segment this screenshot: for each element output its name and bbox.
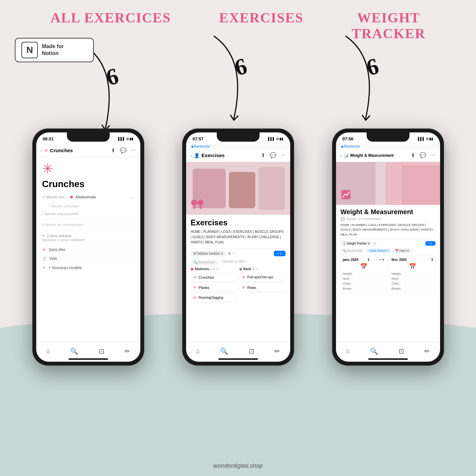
kanban-add-btn[interactable]: + ∨ — [274, 251, 286, 256]
sub-item-2-icon: 🗋 — [42, 256, 47, 261]
wt-chest-jan: Chest : — [343, 281, 384, 286]
share-icon[interactable]: ⬆ — [111, 147, 115, 154]
kanban-settings-icon[interactable]: ⚙ — [228, 252, 231, 255]
phone-3-page-title: Weight & Measurement — [341, 208, 435, 216]
wt-filter-period[interactable]: 📅 Date Pr — [393, 248, 412, 253]
card-pullups-label: Pull-ups/Chin-ups — [247, 275, 273, 279]
phone-1-bottom-nav: ⌂ 🔍 ⊡ ✏ — [36, 342, 140, 362]
weight-tracker-image — [336, 162, 440, 205]
exercises-icon — [191, 199, 204, 211]
weight-tracker-btn[interactable]: 🚶 Weight Tracker ∨ — [341, 241, 372, 246]
kanban-col-abdominals: Abdomin... 5 + ✳ Crunches ✳ Planks — [191, 267, 237, 303]
phone-1-screen: 08:21 ▌▌▌ ⊙ ▮▮ ‹ ✳ Crunches ⬆ 💬 ··· ✳ Cr… — [36, 132, 140, 362]
phone-3: 07:56 ▌▌▌ ⊙ ▮▮ ◀ Recherche ‹ 📊 Weight & … — [332, 128, 444, 366]
wt-neck-feb: Neck : — [392, 276, 433, 281]
kanban-card-crunches[interactable]: ✳ Crunches — [191, 273, 237, 282]
phone-2-notch — [217, 132, 260, 142]
wt-weight-feb: Weight : — [392, 271, 433, 276]
comment-area[interactable]: A Ajouter un commentaire... — [42, 219, 134, 227]
add-property[interactable]: + Ajouter une propriété — [42, 212, 134, 216]
col-abs-add[interactable]: + — [217, 267, 219, 271]
phone-3-comment[interactable]: 💬 Ajouter un commentaire — [341, 217, 435, 221]
home-indicator-2 — [218, 358, 258, 360]
kanban-search-filter: 🔍 Rechercher + Ajouter un filtre — [191, 258, 286, 267]
phone-2-back[interactable]: ‹ — [191, 153, 192, 158]
col-back-add[interactable]: + — [256, 267, 258, 271]
kanban-search[interactable]: 🔍 Rechercher — [191, 260, 218, 265]
more-icon-2[interactable]: ··· — [281, 152, 285, 158]
wt-month-add[interactable]: ··· + — [379, 258, 384, 262]
svg-text:6: 6 — [103, 63, 121, 90]
kanban-filter-btn[interactable]: + Ajouter un filtre — [220, 260, 245, 265]
col-back-header: Back 4 + — [239, 267, 286, 271]
phone-3-subnav: ◀ Recherche — [336, 144, 440, 149]
continue-text: Appuyez ici pour continuer... — [42, 238, 134, 242]
phone-2-page-title: Exercises — [191, 218, 286, 227]
label-exercises: EXERCISES — [219, 10, 303, 42]
svg-point-4 — [198, 200, 204, 206]
kanban-card-pullups[interactable]: ✳ Pull-ups/Chin-ups — [239, 273, 286, 282]
comment-icon[interactable]: 💬 — [120, 147, 126, 154]
sub-item-vide: 🗋 Vide — [42, 254, 134, 263]
share-icon-2[interactable]: ⬆ — [261, 152, 265, 158]
svg-text:6: 6 — [364, 53, 381, 80]
phone-3-back-btn[interactable]: ◀ Recherche — [341, 145, 360, 148]
property-muscle: ↗ Muscle Gro... Abdominals — — [42, 193, 134, 201]
compose-icon-3[interactable]: ✏ — [424, 347, 430, 355]
backlinks-count: 2 liens entrants — [47, 234, 72, 238]
weight-toolbar: 🚶 Weight Tracker ∨ ⚙ ··· + ∨ — [341, 239, 435, 247]
kanban-view-btn[interactable]: ⊞ Tableau kanban ∨ — [191, 251, 226, 256]
wt-settings[interactable]: ⚙ — [373, 242, 376, 245]
phone-3-screen: 07:56 ▌▌▌ ⊙ ▮▮ ◀ Recherche ‹ 📊 Weight & … — [336, 132, 440, 362]
add-page-link[interactable]: + Ajouter une page — [49, 203, 134, 209]
phone-2-nav: ‹ 👤 Exercises ⬆ 💬 ··· — [186, 149, 290, 162]
phone-3-status-icons: ▌▌▌ ⊙ ▮▮ — [418, 137, 434, 141]
col-abs-label: Abdomin... — [195, 267, 212, 271]
sub-item-1-more[interactable]: ··· — [131, 247, 134, 252]
weight-tracker-chart-icon — [341, 189, 351, 202]
share-icon-3[interactable]: ⬆ — [411, 152, 415, 158]
kanban-card-rows[interactable]: ✳ Rows — [239, 283, 286, 292]
sub-item-1-label: Sans titre — [49, 247, 66, 252]
weight-filters: 🔍 Rechercher ↑ Date Period ∨ 📅 Date Pr — [341, 247, 435, 254]
wt-search[interactable]: 🔍 Rechercher — [341, 248, 364, 253]
home-icon-2[interactable]: ⌂ — [196, 347, 200, 355]
wt-add-btn[interactable]: + ∨ — [425, 241, 435, 246]
phone-3-time: 07:56 — [343, 136, 353, 141]
home-icon[interactable]: ⌂ — [46, 347, 50, 355]
compose-icon[interactable]: ✏ — [125, 347, 130, 355]
col-abdominals-header: Abdomin... 5 + — [191, 267, 237, 271]
comment-icon-3[interactable]: 💬 — [420, 152, 426, 158]
inbox-icon-3[interactable]: ⊡ — [399, 347, 404, 355]
kanban-card-running[interactable]: ✳ Running/Jogging — [191, 293, 237, 302]
phone-1-status-icons: ▌▌▌ ⊙ ▮▮ — [118, 137, 134, 141]
wt-more[interactable]: ··· — [378, 242, 380, 245]
phone-3-back[interactable]: ‹ — [341, 153, 342, 158]
kanban-card-planks[interactable]: ✳ Planks — [191, 283, 237, 292]
sub-item-1-icon: ✳ — [42, 247, 46, 252]
wt-weight-jan: Weight : — [343, 271, 384, 276]
more-icon[interactable]: ··· — [131, 147, 135, 154]
search-icon-3[interactable]: 🔍 — [370, 347, 378, 355]
arrow-2: 6 — [194, 33, 260, 122]
compose-icon-2[interactable]: ✏ — [274, 347, 280, 355]
sub-item-2-label: Vide — [49, 256, 57, 261]
inbox-icon[interactable]: ⊡ — [99, 347, 104, 355]
phone-2-nav-icons: ⬆ 💬 ··· — [261, 152, 285, 158]
search-icon-2[interactable]: 🔍 — [220, 347, 228, 355]
phone-1-back[interactable]: ‹ — [41, 148, 42, 153]
search-icon[interactable]: 🔍 — [70, 347, 78, 355]
phone-2-back-btn[interactable]: ◀ Recherche — [191, 145, 210, 148]
sub-item-nouveau[interactable]: ＋ + Nouveau modèle — [42, 263, 134, 272]
notion-badge: N Made for Notion — [15, 38, 94, 62]
wt-filter-date[interactable]: ↑ Date Period ∨ — [366, 248, 391, 253]
comment-icon-2[interactable]: 💬 — [270, 152, 276, 158]
inbox-icon-2[interactable]: ⊡ — [249, 347, 254, 355]
more-icon-3[interactable]: ··· — [431, 152, 435, 158]
kanban-more-icon[interactable]: ··· — [233, 252, 236, 255]
kanban-toolbar: ⊞ Tableau kanban ∨ ⚙ ··· + ∨ — [191, 248, 286, 258]
home-icon-3[interactable]: ⌂ — [346, 347, 350, 355]
wt-month-jan: janv. 2024 1 ··· + 📅 Weight : Neck : Che… — [341, 256, 387, 294]
wt-neck-jan: Neck : — [343, 276, 384, 281]
card-crunches-label: Crunches — [199, 275, 214, 279]
